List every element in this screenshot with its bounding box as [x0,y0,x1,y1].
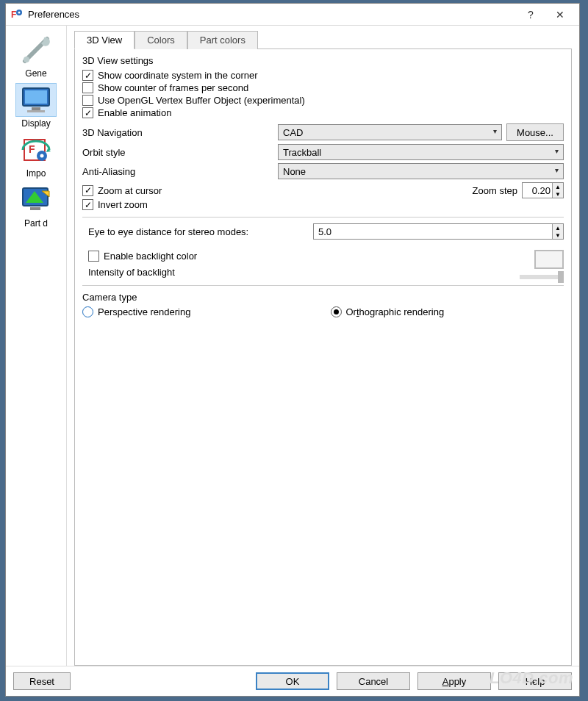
apply-button[interactable]: Apply [417,672,491,690]
tools-icon [15,33,57,67]
radio-icon [82,306,93,317]
checkbox-invert-zoom[interactable]: ✓ Invert zoom [82,198,564,211]
svg-rect-15 [30,207,40,210]
svg-rect-7 [27,110,45,112]
window-title: Preferences [28,9,516,20]
backlight-color-swatch[interactable] [534,250,564,269]
checkbox-label: Invert zoom [98,199,148,210]
tab-panel-3d-view: 3D View settings ✓ Show coordinate syste… [74,48,572,666]
radio-perspective[interactable]: Perspective rendering [82,306,316,318]
check-icon [82,82,93,93]
check-icon: ✓ [82,199,93,210]
import-icon: F [15,133,57,167]
backlight-intensity-slider[interactable] [520,275,564,279]
sidebar-item-general[interactable]: Gene [6,30,66,80]
check-icon [82,95,93,106]
radio-label: Perspective rendering [98,306,190,317]
radio-icon [331,306,342,317]
sidebar-item-display[interactable]: Display [6,80,66,130]
sidebar-item-label: Gene [10,68,62,79]
checkbox-label: Zoom at cursor [98,185,162,196]
checkbox-zoom-cursor[interactable]: ✓ Zoom at cursor [82,184,162,197]
checkbox-enable-backlight[interactable]: Enable backlight color [88,250,520,262]
help-button[interactable]: Help [498,672,572,690]
label-intensity: Intensity of backlight [88,267,520,278]
combo-value: Trackball [283,147,321,158]
divider [82,285,564,286]
label-anti-aliasing: Anti-Aliasing [82,166,273,177]
eye-distance-input[interactable] [314,224,552,239]
reset-button[interactable]: Reset [13,672,71,690]
group-title-3d-view: 3D View settings [82,55,564,66]
sidebar-item-label: Impo [10,168,62,179]
spin-down-icon[interactable]: ▼ [553,231,563,239]
close-icon[interactable]: ✕ [545,4,575,26]
spin-up-icon[interactable]: ▲ [553,224,563,231]
check-icon: ✓ [82,70,93,81]
ok-button[interactable]: OK [256,672,329,690]
checkbox-label: Show counter of frames per second [98,82,248,93]
tab-3d-view[interactable]: 3D View [74,31,135,49]
main-panel: 3D View Colors Part colors 3D View setti… [67,26,579,666]
sidebar-item-label: Part d [10,218,62,229]
help-icon[interactable]: ? [516,4,545,26]
combo-value: CAD [283,127,303,138]
titlebar: F Preferences ? ✕ [6,4,579,26]
combo-orbit-style[interactable]: Trackball [278,144,564,160]
preferences-dialog: F Preferences ? ✕ Gene [5,3,580,697]
spin-down-icon[interactable]: ▼ [553,190,563,198]
svg-rect-6 [32,107,40,110]
checkbox-use-vbo[interactable]: Use OpenGL Vertex Buffer Object (experim… [82,94,564,107]
checkbox-show-coordinate[interactable]: ✓ Show coordinate system in the corner [82,69,564,82]
label-orbit-style: Orbit style [82,147,273,158]
tab-part-colors[interactable]: Part colors [187,31,258,49]
label-3d-navigation: 3D Navigation [82,127,273,138]
svg-point-3 [24,57,29,62]
sidebar: Gene Display F [6,26,67,666]
svg-point-11 [40,154,44,158]
zoom-step-input[interactable] [523,183,552,198]
check-icon: ✓ [82,185,93,196]
checkbox-show-fps[interactable]: Show counter of frames per second [82,82,564,94]
mouse-button[interactable]: Mouse... [506,123,564,141]
spin-eye-distance[interactable]: ▲ ▼ [313,223,564,240]
checkbox-label: Use OpenGL Vertex Buffer Object (experim… [98,95,305,106]
svg-text:F: F [11,10,16,20]
checkbox-label: Enable backlight color [104,251,197,262]
spin-up-icon[interactable]: ▲ [553,183,563,190]
svg-text:F: F [29,143,35,155]
tabs: 3D View Colors Part colors [74,30,572,48]
combo-value: None [283,166,306,177]
combo-3d-navigation[interactable]: CAD [278,124,502,140]
spin-zoom-step[interactable]: ▲ ▼ [522,182,564,198]
check-icon [88,251,99,262]
checkbox-label: Enable animation [98,107,171,118]
spin-buttons: ▲ ▼ [552,183,563,198]
spin-buttons: ▲ ▼ [552,224,563,239]
group-title-camera: Camera type [82,292,564,303]
check-icon: ✓ [82,107,93,118]
sidebar-item-label: Display [10,118,62,129]
checkbox-label: Show coordinate system in the corner [98,70,258,81]
combo-anti-aliasing[interactable]: None [278,163,564,179]
monitor-icon [15,83,57,117]
radio-orthographic[interactable]: Orthographic rendering [331,306,564,318]
svg-rect-5 [25,90,47,104]
footer: Reset OK Cancel Apply Help [6,666,579,696]
tab-colors[interactable]: Colors [135,31,187,49]
label-zoom-step: Zoom step [473,185,517,196]
part-design-icon [15,183,57,217]
divider [82,217,564,218]
app-icon: F [10,8,24,21]
sidebar-item-partdesign[interactable]: Part d [6,180,66,230]
label-eye-distance: Eye to eye distance for stereo modes: [88,226,309,237]
dialog-body: Gene Display F [6,26,579,666]
cancel-button[interactable]: Cancel [337,672,410,690]
sidebar-item-import[interactable]: F Impo [6,130,66,180]
checkbox-enable-animation[interactable]: ✓ Enable animation [82,107,564,119]
svg-point-2 [18,11,21,13]
radio-label: Orthographic rendering [346,306,445,317]
